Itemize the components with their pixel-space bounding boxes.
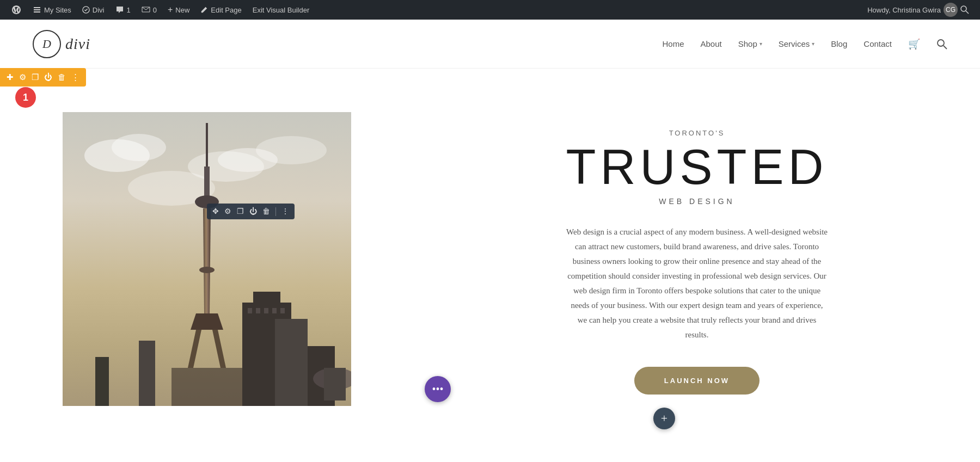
nav-item-home[interactable]: Home xyxy=(662,39,684,48)
site-logo[interactable]: D divi xyxy=(33,30,90,58)
nav-item-shop[interactable]: Shop ▾ xyxy=(738,39,762,48)
svg-point-3 xyxy=(938,40,944,46)
svg-rect-19 xyxy=(171,368,242,406)
search-admin-icon[interactable] xyxy=(960,5,969,14)
svg-marker-17 xyxy=(188,330,201,368)
module-duplicate-icon[interactable]: ❐ xyxy=(237,207,244,216)
exit-builder-button[interactable]: Exit Visual Builder xyxy=(247,0,315,20)
svg-rect-26 xyxy=(280,308,285,313)
module-disable-icon[interactable]: ⏻ xyxy=(249,207,257,216)
section-toolbar: ✚ ⚙ ❐ ⏻ 🗑 ⋮ xyxy=(0,68,86,87)
edit-page-label: Edit Page xyxy=(211,6,241,14)
hero-image xyxy=(63,112,351,406)
svg-rect-28 xyxy=(275,319,308,406)
fab-add-button[interactable]: + xyxy=(653,408,675,429)
new-label: New xyxy=(175,6,189,14)
svg-rect-22 xyxy=(248,308,252,313)
svg-rect-32 xyxy=(324,368,346,401)
wordpress-icon[interactable] xyxy=(5,0,27,20)
launch-button[interactable]: LAUNCH NOW xyxy=(634,367,759,395)
hero-description: Web design is a crucial aspect of any mo… xyxy=(566,225,828,342)
comments-count: 1 xyxy=(127,6,131,14)
hero-title-sub: WEB DESIGN xyxy=(659,197,734,206)
nav-services-label: Services xyxy=(779,39,810,48)
exit-builder-label: Exit Visual Builder xyxy=(253,6,310,14)
svg-point-9 xyxy=(256,136,327,164)
services-dropdown-arrow: ▾ xyxy=(812,41,814,47)
section-settings-icon[interactable]: ⚙ xyxy=(19,72,26,82)
messages-count: 0 xyxy=(153,6,157,14)
svg-rect-29 xyxy=(95,357,109,406)
my-sites-label: My Sites xyxy=(44,6,71,14)
section-badge: 1 xyxy=(15,87,36,108)
svg-marker-14 xyxy=(203,208,211,313)
svg-line-2 xyxy=(966,11,969,14)
nav-item-blog[interactable]: Blog xyxy=(831,39,847,48)
comments-button[interactable]: 1 xyxy=(110,0,136,20)
nav-home-label: Home xyxy=(662,39,684,48)
nav-contact-label: Contact xyxy=(863,39,892,48)
cart-icon[interactable]: 🛒 xyxy=(908,38,920,50)
logo-circle: D xyxy=(33,30,61,58)
module-delete-icon[interactable]: 🗑 xyxy=(262,207,270,216)
admin-bar: My Sites Divi 1 0 + New Edit Page Exit V… xyxy=(0,0,980,20)
theme-label: Divi xyxy=(93,6,105,14)
hero-section: ✥ ⚙ ❐ ⏻ 🗑 ⋮ TORONTO'S TRUSTED WEB DESIGN… xyxy=(0,69,980,455)
svg-point-6 xyxy=(112,134,166,161)
my-sites-menu[interactable]: My Sites xyxy=(27,0,77,20)
svg-rect-24 xyxy=(264,308,268,313)
section-duplicate-icon[interactable]: ❐ xyxy=(32,72,39,82)
svg-point-1 xyxy=(961,6,966,11)
module-more-icon[interactable]: ⋮ xyxy=(281,207,289,216)
theme-name[interactable]: Divi xyxy=(77,0,110,20)
nav-item-services[interactable]: Services ▾ xyxy=(779,39,815,48)
svg-rect-23 xyxy=(256,308,260,313)
section-disable-icon[interactable]: ⏻ xyxy=(44,73,52,82)
hero-subtitle: TORONTO'S xyxy=(669,129,725,137)
svg-rect-25 xyxy=(272,308,277,313)
svg-rect-27 xyxy=(139,341,155,406)
edit-page-button[interactable]: Edit Page xyxy=(195,0,247,20)
site-wrapper: D divi Home About Shop ▾ Services ▾ Blog xyxy=(0,20,980,455)
search-icon[interactable] xyxy=(936,39,947,50)
hero-content: TORONTO'S TRUSTED WEB DESIGN Web design … xyxy=(414,69,980,455)
nav-blog-label: Blog xyxy=(831,39,847,48)
module-toolbar: ✥ ⚙ ❐ ⏻ 🗑 ⋮ xyxy=(207,204,295,219)
avatar[interactable]: CG xyxy=(944,3,958,17)
module-settings-icon[interactable]: ⚙ xyxy=(224,207,231,216)
hero-title: TRUSTED xyxy=(566,143,828,192)
user-info: Howdy, Christina Gwira CG xyxy=(862,3,975,17)
svg-rect-12 xyxy=(204,167,210,199)
fab-plus-icon: + xyxy=(661,412,667,424)
nav-item-about[interactable]: About xyxy=(700,39,721,48)
section-delete-icon[interactable]: 🗑 xyxy=(58,73,66,82)
section-add-icon[interactable]: ✚ xyxy=(7,72,14,82)
fab-purple-button[interactable]: ••• xyxy=(425,376,451,402)
logo-letter: D xyxy=(42,37,51,51)
svg-line-4 xyxy=(944,46,947,49)
site-header: D divi Home About Shop ▾ Services ▾ Blog xyxy=(0,20,980,69)
nav-about-label: About xyxy=(700,39,721,48)
fab-dots-icon: ••• xyxy=(432,383,443,396)
logo-text: divi xyxy=(65,35,90,53)
toronto-skyline-svg xyxy=(63,112,351,406)
nav-item-contact[interactable]: Contact xyxy=(863,39,892,48)
svg-rect-11 xyxy=(206,123,208,167)
svg-point-15 xyxy=(199,267,215,273)
svg-marker-18 xyxy=(212,330,226,368)
section-more-icon[interactable]: ⋮ xyxy=(71,72,79,82)
module-move-icon[interactable]: ✥ xyxy=(212,207,219,216)
nav-shop-label: Shop xyxy=(738,39,757,48)
shop-dropdown-arrow: ▾ xyxy=(759,41,762,47)
svg-marker-16 xyxy=(191,313,223,330)
messages-button[interactable]: 0 xyxy=(136,0,162,20)
site-nav: Home About Shop ▾ Services ▾ Blog Contac… xyxy=(662,38,947,50)
hero-image-area: ✥ ⚙ ❐ ⏻ 🗑 ⋮ xyxy=(0,69,414,455)
new-button[interactable]: + New xyxy=(162,0,195,20)
user-greeting: Howdy, Christina Gwira xyxy=(867,6,941,14)
toolbar-separator xyxy=(275,207,276,216)
